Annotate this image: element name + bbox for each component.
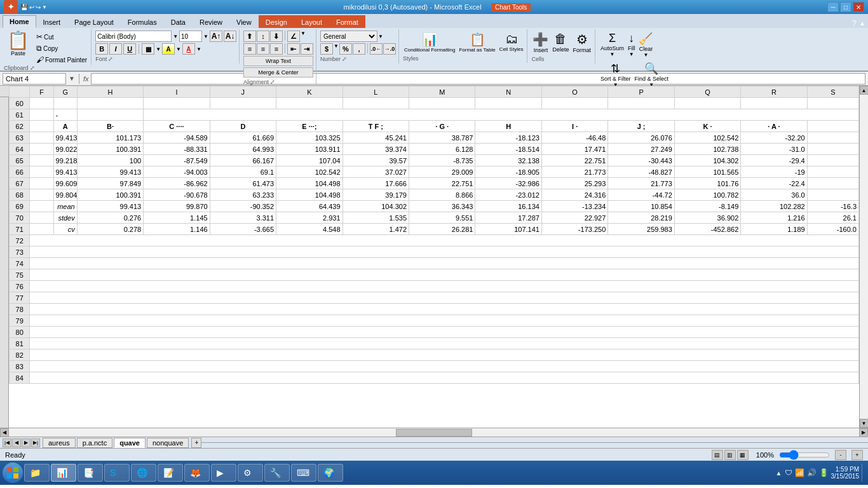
cell-o60[interactable] xyxy=(541,98,607,109)
cell-i60[interactable] xyxy=(144,98,210,109)
cell-r64[interactable]: -31.0 xyxy=(741,144,807,155)
cell-styles-button[interactable]: 🗂 Cell Styles xyxy=(498,30,525,54)
currency-button[interactable]: $ xyxy=(320,43,333,55)
cell-p65[interactable]: -30.443 xyxy=(608,155,674,166)
cell-k70[interactable]: 2.931 xyxy=(276,212,342,224)
close-button[interactable]: ✕ xyxy=(853,2,864,12)
cut-button[interactable]: ✂ Cut xyxy=(35,32,88,42)
cell-h68[interactable]: 100.391 xyxy=(77,189,143,201)
cell-k64[interactable]: 103.911 xyxy=(276,144,342,155)
cell-k67[interactable]: 104.498 xyxy=(276,178,342,189)
redo-icon[interactable]: ↪ xyxy=(36,4,41,11)
cell-l66[interactable]: 37.027 xyxy=(342,166,409,178)
cell-i63[interactable]: -94.589 xyxy=(144,132,210,144)
sheet-tab-panctc[interactable]: p.a.nctc xyxy=(77,438,113,448)
align-middle-button[interactable]: ↕ xyxy=(257,30,269,42)
cell-m68[interactable]: 8.866 xyxy=(409,189,475,201)
fill-button[interactable]: ↓ Fill ▼ xyxy=(627,30,637,59)
cell-j68[interactable]: 63.233 xyxy=(210,189,276,201)
scroll-right-button[interactable]: ▶ xyxy=(859,428,868,437)
font-color-button[interactable]: A xyxy=(182,43,195,55)
cell-s70[interactable]: 26.1 xyxy=(807,212,858,224)
copy-button[interactable]: ⧉ Copy xyxy=(35,43,88,53)
cell-r62[interactable]: · A · xyxy=(741,121,807,132)
col-header-s[interactable]: S xyxy=(807,86,858,98)
merge-center-button[interactable]: Merge & Center xyxy=(243,67,313,78)
cell-h70[interactable]: 0.276 xyxy=(77,212,143,224)
taskbar-word[interactable]: 📝 xyxy=(158,464,183,482)
cell-j71[interactable]: -3.665 xyxy=(210,224,276,235)
col-header-i[interactable]: I xyxy=(144,86,210,98)
cell-n71[interactable]: 107.141 xyxy=(475,224,541,235)
cell-i71[interactable]: 1.146 xyxy=(144,224,210,235)
tab-scroll-prev[interactable]: ◀ xyxy=(12,438,21,447)
tab-review[interactable]: Review xyxy=(193,15,229,28)
ribbon-minimize-icon[interactable]: ▲ xyxy=(859,20,865,27)
taskbar-firefox[interactable]: 🦊 xyxy=(184,464,210,482)
bold-button[interactable]: B xyxy=(95,43,108,55)
fill-color-button[interactable]: A xyxy=(162,43,175,55)
cell-i69[interactable]: 99.870 xyxy=(144,201,210,212)
text-angle-dropdown[interactable]: ▼ xyxy=(301,30,306,42)
align-center-button[interactable]: ≡ xyxy=(257,43,269,55)
decrease-indent-button[interactable]: ⇤ xyxy=(287,43,300,55)
minimize-button[interactable]: ─ xyxy=(827,2,839,12)
cell-m62[interactable]: · G · xyxy=(409,121,475,132)
cell-g62[interactable]: A xyxy=(53,121,77,132)
cell-g64[interactable]: 99.022 xyxy=(53,144,77,155)
cell-k63[interactable]: 103.325 xyxy=(276,132,342,144)
cell-g66[interactable]: 99.413 xyxy=(53,166,77,178)
col-header-m[interactable]: M xyxy=(409,86,475,98)
cell-i65[interactable]: -87.549 xyxy=(144,155,210,166)
cell-m63[interactable]: 38.787 xyxy=(409,132,475,144)
save-icon[interactable]: 💾 xyxy=(20,4,28,11)
cell-k62[interactable]: E ···; xyxy=(276,121,342,132)
cell-q63[interactable]: 102.542 xyxy=(674,132,740,144)
sheet-tab-nonquave[interactable]: nonquave xyxy=(147,438,189,448)
cell-r63[interactable]: -32.20 xyxy=(741,132,807,144)
name-box[interactable] xyxy=(3,73,66,85)
cell-k65[interactable]: 107.04 xyxy=(276,155,342,166)
cell-o62[interactable]: I · xyxy=(541,121,607,132)
cell-i70[interactable]: 1.145 xyxy=(144,212,210,224)
start-button[interactable] xyxy=(3,463,23,483)
cell-p62[interactable]: J ; xyxy=(608,121,674,132)
cell-l64[interactable]: 39.374 xyxy=(342,144,409,155)
cell-o67[interactable]: 25.293 xyxy=(541,178,607,189)
cell-f70[interactable] xyxy=(30,212,53,224)
cell-h63[interactable]: 101.173 xyxy=(77,132,143,144)
autosum-button[interactable]: Σ AutoSum ▼ xyxy=(599,30,625,59)
cell-q64[interactable]: 102.738 xyxy=(674,144,740,155)
cell-n70[interactable]: 17.287 xyxy=(475,212,541,224)
format-painter-button[interactable]: 🖌 Format Painter xyxy=(35,55,88,65)
cell-s68[interactable] xyxy=(807,189,858,201)
dropdown-icon[interactable]: ▼ xyxy=(42,4,47,10)
cell-k68[interactable]: 104.498 xyxy=(276,189,342,201)
cell-m70[interactable]: 9.551 xyxy=(409,212,475,224)
tab-view[interactable]: View xyxy=(229,15,259,28)
font-name-dropdown[interactable]: ▼ xyxy=(173,34,178,39)
tab-format[interactable]: Format xyxy=(329,15,365,28)
cell-m66[interactable]: 29.009 xyxy=(409,166,475,178)
help-icon[interactable]: ? xyxy=(852,18,857,28)
scroll-up-button[interactable]: ▲ xyxy=(860,86,869,95)
cell-m69[interactable]: 36.343 xyxy=(409,201,475,212)
font-size-input[interactable] xyxy=(179,30,202,42)
percent-button[interactable]: % xyxy=(339,43,352,55)
cell-h67[interactable]: 97.849 xyxy=(77,178,143,189)
cell-p63[interactable]: 26.076 xyxy=(608,132,674,144)
clear-dropdown[interactable]: ▼ xyxy=(644,52,649,58)
cell-j60[interactable] xyxy=(210,98,276,109)
font-shrink-button[interactable]: A↓ xyxy=(224,30,236,42)
fill-color-dropdown[interactable]: ▼ xyxy=(176,46,181,52)
cell-g61[interactable]: - xyxy=(53,109,77,121)
zoom-out-button[interactable]: - xyxy=(835,450,846,460)
cell-f62[interactable] xyxy=(30,121,53,132)
cell-i62[interactable]: C ···· xyxy=(144,121,210,132)
cell-r67[interactable]: -22.4 xyxy=(741,178,807,189)
align-left-button[interactable]: ≡ xyxy=(243,43,256,55)
paste-button[interactable]: 📋 Paste xyxy=(3,29,34,65)
undo-icon[interactable]: ↩ xyxy=(29,4,34,11)
cell-o69[interactable]: -13.234 xyxy=(541,201,607,212)
cell-n62[interactable]: H xyxy=(475,121,541,132)
